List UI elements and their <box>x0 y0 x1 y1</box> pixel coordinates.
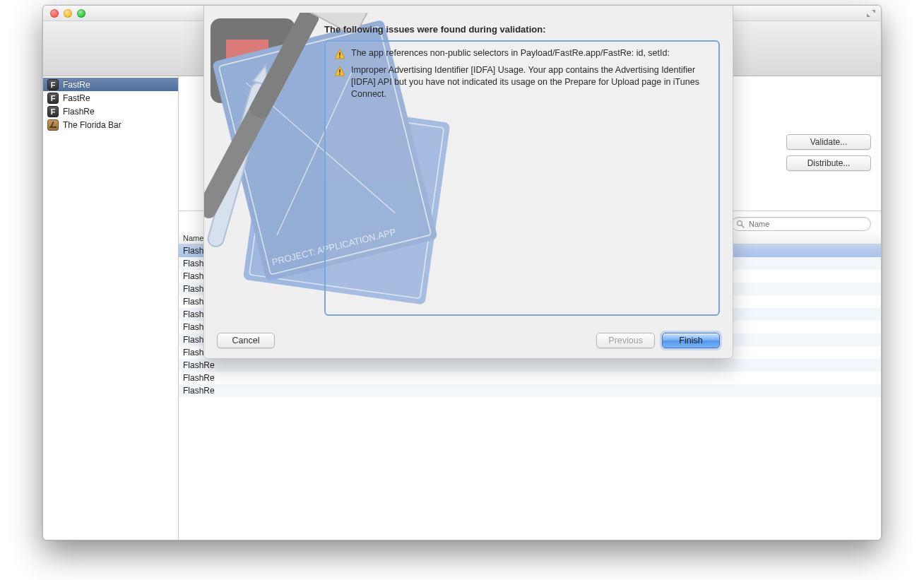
search-input[interactable] <box>731 217 871 231</box>
validation-issues: The app references non-public selectors … <box>324 40 720 316</box>
app-f-icon: F <box>47 106 59 117</box>
svg-line-14 <box>742 225 744 227</box>
previous-button[interactable]: Previous <box>596 333 655 348</box>
svg-rect-34 <box>339 57 340 58</box>
app-f-icon: F <box>47 79 59 90</box>
issue-text: The app references non-public selectors … <box>351 47 670 60</box>
cell-name: FlashRe <box>179 373 362 383</box>
app-f-icon: F <box>47 93 59 104</box>
svg-rect-11 <box>49 126 57 128</box>
archive-actions: Validate... Distribute... <box>786 134 871 171</box>
validation-issue: The app references non-public selectors … <box>334 47 710 60</box>
sidebar-item[interactable]: The Florida Bar <box>43 118 178 131</box>
organizer-window: Organizer - Archives Devices Projects <box>42 5 882 540</box>
search-wrap <box>731 217 871 231</box>
svg-rect-25 <box>206 81 268 249</box>
sidebar-item-label: FastRe <box>63 93 90 103</box>
cell-name: FlashRe <box>179 360 362 370</box>
distribute-button[interactable]: Distribute... <box>786 155 871 171</box>
table-row[interactable]: FlashRe <box>179 359 881 372</box>
svg-rect-12 <box>50 121 54 126</box>
sidebar-item[interactable]: FFlashRe <box>43 105 178 118</box>
svg-rect-15 <box>211 18 295 103</box>
svg-rect-33 <box>339 52 340 56</box>
sidebar-item[interactable]: FFastRe <box>43 78 178 91</box>
cancel-button[interactable]: Cancel <box>217 333 275 348</box>
warning-icon <box>334 49 345 60</box>
validate-button[interactable]: Validate... <box>786 134 871 150</box>
fullscreen-icon[interactable] <box>867 9 875 18</box>
gavel-icon <box>47 119 59 131</box>
svg-rect-36 <box>339 69 340 73</box>
sidebar-item-label: FlashRe <box>63 107 95 117</box>
svg-rect-29 <box>247 13 321 121</box>
validation-title: The following issues were found during v… <box>324 24 718 35</box>
sidebar-item-label: The Florida Bar <box>63 120 122 130</box>
table-row[interactable]: FlashRe <box>179 384 881 397</box>
svg-rect-26 <box>206 81 268 249</box>
sidebar-item[interactable]: FFastRe <box>43 91 178 105</box>
sidebar-item-label: FastRe <box>63 80 90 90</box>
validation-sheet: PROJECT: APPLICATION.APP The follo <box>203 6 733 359</box>
validation-issue: Improper Advertising Identifier [IDFA] U… <box>334 64 710 100</box>
warning-icon <box>334 66 345 77</box>
svg-marker-27 <box>253 64 273 85</box>
svg-rect-28 <box>204 13 321 221</box>
sidebar: FFastReFFastReFFlashReThe Florida Bar <box>43 76 179 540</box>
cell-name: FlashRe <box>179 386 362 396</box>
svg-rect-37 <box>339 73 340 75</box>
finish-button[interactable]: Finish <box>662 333 720 348</box>
issue-text: Improper Advertising Identifier [IDFA] U… <box>351 64 710 100</box>
table-row[interactable]: FlashRe <box>179 372 881 384</box>
search-icon <box>736 220 745 228</box>
sheet-button-bar: Cancel Previous Finish <box>204 326 733 358</box>
